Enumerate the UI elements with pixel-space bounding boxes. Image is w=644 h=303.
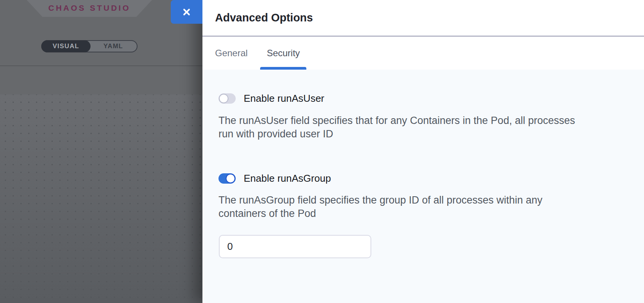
chaos-studio-background: CHAOS STUDIO VISUAL YAML bbox=[0, 0, 202, 303]
run-as-group-value-input[interactable] bbox=[219, 235, 371, 258]
visual-yaml-switch: VISUAL YAML bbox=[41, 40, 138, 52]
tab-general[interactable]: General bbox=[209, 37, 254, 70]
close-icon bbox=[181, 7, 192, 17]
description-line: containers of the Pod bbox=[218, 207, 542, 220]
run-as-group-toggle[interactable] bbox=[218, 173, 236, 184]
close-drawer-button[interactable] bbox=[171, 0, 202, 24]
chaos-studio-logo-text: CHAOS STUDIO bbox=[48, 3, 130, 13]
run-as-user-toggle[interactable] bbox=[218, 93, 236, 104]
drawer-header: Advanced Options bbox=[202, 0, 644, 37]
description-line: The runAsGroup field specifies the group… bbox=[218, 194, 542, 207]
run-as-user-label: Enable runAsUser bbox=[244, 93, 324, 104]
visual-mode-tab[interactable]: VISUAL bbox=[41, 40, 91, 52]
chaos-studio-logo-banner: CHAOS STUDIO bbox=[27, 0, 152, 17]
toggle-knob bbox=[226, 174, 235, 183]
workflow-canvas bbox=[0, 94, 202, 303]
tab-security[interactable]: Security bbox=[260, 37, 306, 70]
run-as-group-row: Enable runAsGroup bbox=[218, 173, 331, 184]
description-line: run with provided user ID bbox=[218, 127, 575, 141]
advanced-options-drawer: Advanced Options General Security Enable… bbox=[202, 0, 644, 303]
visual-mode-label: VISUAL bbox=[53, 42, 79, 50]
drawer-tabs: General Security bbox=[202, 37, 644, 70]
yaml-mode-label: YAML bbox=[104, 42, 123, 50]
run-as-user-row: Enable runAsUser bbox=[218, 93, 324, 104]
security-tab-content: Enable runAsUser The runAsUser field spe… bbox=[202, 70, 644, 302]
yaml-mode-tab[interactable]: YAML bbox=[89, 40, 138, 52]
run-as-user-description: The runAsUser field specifies that for a… bbox=[218, 114, 575, 141]
run-as-group-label: Enable runAsGroup bbox=[244, 173, 331, 184]
run-as-group-description: The runAsGroup field specifies the group… bbox=[218, 194, 542, 220]
toolbar-divider bbox=[0, 65, 202, 66]
description-line: The runAsUser field specifies that for a… bbox=[218, 114, 575, 127]
toggle-knob bbox=[219, 94, 228, 103]
drawer-title: Advanced Options bbox=[215, 11, 313, 24]
